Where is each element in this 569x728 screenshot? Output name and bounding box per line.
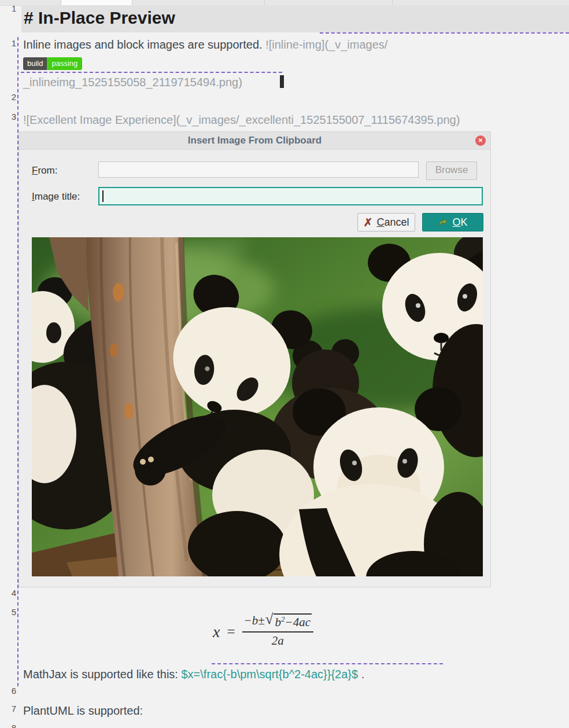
image-title-label: Image title: (32, 191, 80, 203)
from-label-mnemonic: F (32, 165, 38, 176)
formula-denominator: 2a (272, 633, 284, 648)
tab-separator (264, 0, 265, 5)
paragraph-line: Inline images and block images are suppo… (23, 38, 387, 52)
ok-mnemonic: O (452, 216, 460, 228)
preview-region-border-bottom (21, 72, 282, 73)
from-label: From: (32, 165, 57, 177)
close-icon[interactable]: ✕ (475, 135, 486, 146)
ok-arrow-icon (438, 218, 448, 227)
formula-fraction: −b± √ b2−4ac 2a (242, 613, 313, 648)
mathjax-suffix: . (358, 668, 364, 681)
cancel-button[interactable]: ✗ Cancel (357, 213, 415, 231)
ok-rest: K (461, 216, 468, 228)
insert-image-dialog: Insert Image From Clipboard ✕ From: Brow… (19, 132, 490, 587)
browse-button[interactable]: Browse (426, 161, 477, 180)
cancel-x-icon: ✗ (364, 216, 373, 229)
image-markdown-syntax: ![inline-img](_v_images/ (265, 38, 387, 51)
ok-button[interactable]: OK (422, 213, 483, 231)
plantuml-line: PlantUML is supported: (23, 704, 143, 718)
line-number: 3 (0, 112, 16, 122)
numerator-prefix: −b± (244, 613, 265, 628)
panda-photo (32, 237, 483, 576)
image-title-rest: mage title: (35, 191, 80, 202)
image-markdown-line: ![Excellent Image Experience](_v_images/… (23, 113, 460, 127)
line-number: 6 (0, 686, 16, 696)
preview-region-border-math (212, 663, 443, 664)
radicand-rest: −4ac (284, 615, 311, 629)
input-caret (102, 190, 104, 202)
line-number: 1 (0, 4, 16, 13)
paragraph-text: Inline images and block images are suppo… (23, 38, 265, 51)
dialog-titlebar[interactable]: Insert Image From Clipboard ✕ (19, 132, 490, 150)
cancel-mnemonic: C (376, 216, 384, 228)
line-number: 8 (0, 723, 16, 728)
radicand: b2−4ac (274, 613, 312, 630)
formula-numerator: −b± √ b2−4ac (242, 613, 313, 633)
badge-label: build (23, 57, 47, 70)
dialog-title: Insert Image From Clipboard (19, 132, 490, 149)
browse-mnemonic: B (435, 164, 442, 175)
line-number: 7 (0, 704, 16, 714)
mathjax-text: MathJax is supported like this: (23, 668, 181, 681)
formula-equals: = (227, 624, 235, 640)
formula-lhs: x (213, 623, 220, 641)
from-label-rest: rom: (38, 165, 57, 176)
image-title-input[interactable] (98, 187, 483, 205)
build-status-badge-image: build passing (23, 57, 82, 70)
tab-separator (392, 0, 393, 5)
badge-status: passing (47, 57, 82, 70)
radical-sign: √ (265, 612, 274, 626)
from-input[interactable] (98, 161, 419, 178)
mathjax-line: MathJax is supported like this: $x=\frac… (23, 668, 364, 681)
mathjax-code: $x=\frac{-b\pm\sqrt{b^2-4ac}}{2a}$ (181, 668, 358, 681)
cancel-label: Cancel (376, 216, 409, 229)
line-number: 5 (0, 607, 16, 617)
text-cursor (280, 75, 284, 88)
preview-region-border-vertical (17, 37, 19, 686)
ok-label: OK (452, 216, 467, 229)
line-number: 4 (0, 588, 16, 598)
vnote-editor-window: 1 1 2 3 4 5 6 7 8 # In-Place Preview Inl… (0, 0, 569, 728)
math-formula-preview: x = −b± √ b2−4ac 2a (213, 615, 313, 649)
heading-block: # In-Place Preview (21, 5, 569, 32)
browse-rest: rowse (442, 164, 468, 175)
cancel-rest: ancel (384, 216, 409, 228)
image-markdown-syntax-wrapped: _inlineimg_1525155058_2119715494.png) (23, 76, 242, 89)
markdown-heading: # In-Place Preview (24, 8, 175, 28)
radicand-base: b (275, 615, 281, 629)
line-number: 1 (0, 38, 16, 48)
preview-region-border-top (320, 32, 569, 34)
line-number: 2 (0, 92, 16, 102)
active-tab[interactable] (61, 0, 132, 5)
